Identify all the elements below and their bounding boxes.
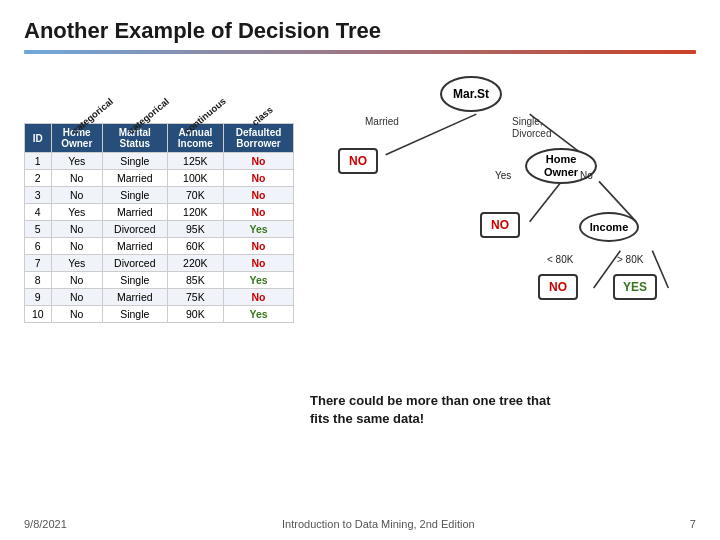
table-row: 6NoMarried60KNo — [25, 238, 294, 255]
table-cell: No — [51, 272, 102, 289]
tree-node-yes-final: YES — [613, 274, 657, 300]
table-cell: Divorced — [102, 221, 167, 238]
slide-title: Another Example of Decision Tree — [24, 18, 696, 44]
data-table: ID HomeOwner MaritalStatus AnnualIncome … — [24, 123, 294, 323]
table-cell: Single — [102, 187, 167, 204]
table-cell: No — [224, 255, 294, 272]
table-cell: Divorced — [102, 255, 167, 272]
table-cell: Married — [102, 238, 167, 255]
svg-line-0 — [386, 114, 477, 155]
table-cell: 60K — [167, 238, 223, 255]
table-cell: 120K — [167, 204, 223, 221]
table-cell: No — [51, 170, 102, 187]
table-row: 1YesSingle125KNo — [25, 153, 294, 170]
table-row: 9NoMarried75KNo — [25, 289, 294, 306]
title-underline — [24, 50, 696, 54]
footer-center: Introduction to Data Mining, 2nd Edition — [282, 518, 475, 530]
tree-node-no-final: NO — [538, 274, 578, 300]
table-cell: 5 — [25, 221, 52, 238]
table-cell: No — [224, 289, 294, 306]
table-cell: 75K — [167, 289, 223, 306]
col-label-4: class — [237, 64, 294, 120]
table-cell: Married — [102, 289, 167, 306]
footer-page: 7 — [690, 518, 696, 530]
table-row: 7YesDivorced220KNo — [25, 255, 294, 272]
col-label-3: continuous — [181, 64, 238, 120]
table-cell: Yes — [51, 153, 102, 170]
table-cell: 125K — [167, 153, 223, 170]
table-row: 3NoSingle70KNo — [25, 187, 294, 204]
tree-node-no-1: NO — [338, 148, 378, 174]
col-label-1: categorical — [67, 64, 124, 120]
table-cell: No — [224, 153, 294, 170]
table-cell: 85K — [167, 272, 223, 289]
table-row: 5NoDivorced95KYes — [25, 221, 294, 238]
table-cell: Yes — [224, 221, 294, 238]
table-row: 4YesMarried120KNo — [25, 204, 294, 221]
edge-label-less80k: < 80K — [547, 254, 573, 265]
table-cell: No — [224, 238, 294, 255]
table-cell: 7 — [25, 255, 52, 272]
table-cell: No — [51, 306, 102, 323]
edge-label-no-homeowner: No — [580, 170, 593, 181]
table-cell: Yes — [51, 204, 102, 221]
edge-label-yes-homeowner: Yes — [495, 170, 511, 181]
tree-node-income: Income — [579, 212, 639, 242]
table-cell: Yes — [224, 306, 294, 323]
tree-container: Mar.St Single,Divorced Married NO HomeOw… — [310, 64, 696, 384]
table-cell: 2 — [25, 170, 52, 187]
table-cell: No — [51, 238, 102, 255]
table-cell: No — [51, 289, 102, 306]
table-cell: 9 — [25, 289, 52, 306]
left-panel: categorical categorical continuous class… — [24, 64, 294, 428]
table-cell: Single — [102, 306, 167, 323]
table-cell: 220K — [167, 255, 223, 272]
table-cell: Yes — [224, 272, 294, 289]
table-cell: No — [51, 187, 102, 204]
footer-date: 9/8/2021 — [24, 518, 67, 530]
table-row: 2NoMarried100KNo — [25, 170, 294, 187]
table-cell: 6 — [25, 238, 52, 255]
table-cell: Married — [102, 170, 167, 187]
edge-label-greater80k: > 80K — [617, 254, 643, 265]
svg-line-2 — [530, 181, 562, 222]
tree-node-no-2: NO — [480, 212, 520, 238]
table-cell: Married — [102, 204, 167, 221]
col-label-2: categorical — [124, 64, 181, 120]
footer: 9/8/2021 Introduction to Data Mining, 2n… — [24, 518, 696, 530]
table-cell: 1 — [25, 153, 52, 170]
right-panel: Mar.St Single,Divorced Married NO HomeOw… — [310, 64, 696, 428]
table-row: 10NoSingle90KYes — [25, 306, 294, 323]
table-cell: No — [51, 221, 102, 238]
th-defaulted-borrower: DefaultedBorrower — [224, 124, 294, 153]
table-cell: 4 — [25, 204, 52, 221]
tree-label-single-divorced: Single,Divorced — [512, 116, 551, 140]
table-cell: 100K — [167, 170, 223, 187]
table-cell: 90K — [167, 306, 223, 323]
table-cell: 8 — [25, 272, 52, 289]
table-cell: Single — [102, 153, 167, 170]
angled-col-labels: categorical categorical continuous class — [24, 64, 294, 120]
table-row: 8NoSingle85KYes — [25, 272, 294, 289]
tree-node-marst: Mar.St — [440, 76, 502, 112]
bottom-note: There could be more than one tree that f… — [310, 392, 696, 428]
tree-label-married: Married — [365, 116, 399, 127]
table-cell: No — [224, 170, 294, 187]
table-cell: No — [224, 204, 294, 221]
table-cell: 95K — [167, 221, 223, 238]
table-cell: 10 — [25, 306, 52, 323]
table-cell: Yes — [51, 255, 102, 272]
th-id: ID — [25, 124, 52, 153]
table-cell: No — [224, 187, 294, 204]
table-cell: 70K — [167, 187, 223, 204]
table-cell: Single — [102, 272, 167, 289]
table-cell: 3 — [25, 187, 52, 204]
